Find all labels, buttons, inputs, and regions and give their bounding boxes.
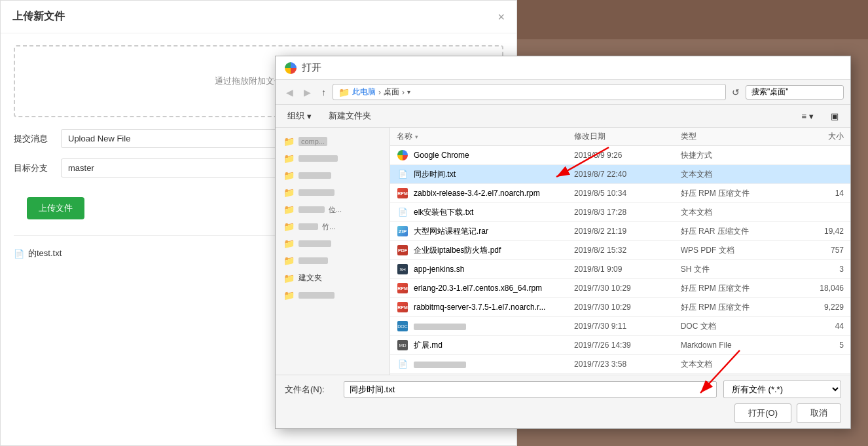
sidebar-folder-4[interactable]: 📁 位... bbox=[276, 201, 389, 218]
upload-dialog-title: 上传新文件 bbox=[12, 10, 65, 24]
open-button[interactable]: 打开(O) bbox=[734, 403, 791, 423]
branch-input[interactable] bbox=[61, 158, 310, 177]
file-name-text: elk安装包下载.txt bbox=[414, 207, 473, 218]
file-size-cell: 5 bbox=[787, 341, 844, 350]
folder-icon: 📁 bbox=[283, 238, 295, 249]
cancel-button[interactable]: 取消 bbox=[797, 403, 841, 423]
col-header-name[interactable]: 名称 ▾ bbox=[397, 131, 574, 142]
forward-button[interactable]: ▶ bbox=[300, 86, 315, 99]
view-toggle-button[interactable]: ≡ ▾ bbox=[796, 109, 819, 123]
address-bar: 📁 此电脑 › 桌面 › ▾ bbox=[333, 84, 726, 100]
sidebar-folder-3[interactable]: 📁 bbox=[276, 184, 389, 201]
file-type-cell: 好压 RPM 压缩文件 bbox=[681, 188, 787, 199]
sidebar-folder-2[interactable]: 📁 bbox=[276, 167, 389, 184]
table-row[interactable]: SH app-jenkins.sh 2019/8/1 9:09 SH 文件 3 bbox=[390, 260, 850, 279]
close-button[interactable]: × bbox=[497, 11, 505, 23]
preview-toggle-button[interactable]: ▣ bbox=[825, 109, 844, 123]
table-row[interactable]: 📄 同步时间.txt 2019/8/7 22:40 文本文档 bbox=[390, 165, 850, 184]
sidebar-folder-9[interactable]: 📁 bbox=[276, 287, 389, 304]
file-name-text: erlang-20.3-1.el7.centos.x86_64.rpm bbox=[414, 284, 542, 293]
table-row[interactable]: Google Chrome 2019/8/9 9:26 快捷方式 bbox=[390, 146, 850, 165]
filetype-select[interactable]: 所有文件 (*.*) bbox=[723, 381, 841, 398]
table-row[interactable]: RPM rabbitmq-server-3.7.5-1.el7.noarch.r… bbox=[390, 298, 850, 317]
file-type-cell: WPS PDF 文档 bbox=[681, 245, 787, 256]
table-row[interactable]: RPM erlang-20.3-1.el7.centos.x86_64.rpm … bbox=[390, 279, 850, 298]
file-type-cell: DOC 文档 bbox=[681, 321, 787, 332]
sidebar-folder-new[interactable]: 📁 建文夹 bbox=[276, 269, 389, 287]
sidebar-folder-1[interactable]: 📁 bbox=[276, 150, 389, 167]
upload-button[interactable]: 上传文件 bbox=[27, 197, 84, 219]
sidebar-folder-0[interactable]: 📁 comp... bbox=[276, 133, 389, 150]
footer-filename-row: 文件名(N): 所有文件 (*.*) bbox=[285, 381, 841, 398]
file-size-cell: 757 bbox=[787, 246, 844, 255]
file-date-cell: 2019/7/26 14:39 bbox=[574, 341, 681, 350]
sidebar-folder-label-blurred bbox=[298, 240, 331, 247]
table-row[interactable]: RPM zabbix-release-3.4-2.el7.noarch.rpm … bbox=[390, 184, 850, 203]
filename-input[interactable] bbox=[344, 381, 717, 398]
file-icon-container: RPM bbox=[397, 282, 408, 294]
file-size-cell: 9,229 bbox=[787, 303, 844, 312]
refresh-button[interactable]: ↺ bbox=[729, 86, 743, 99]
file-dialog-titlebar: 打开 bbox=[276, 56, 850, 80]
col-header-type[interactable]: 类型 bbox=[681, 131, 787, 142]
file-icon-container: ZIP bbox=[397, 225, 408, 237]
col-header-date[interactable]: 修改日期 bbox=[574, 131, 681, 142]
file-dialog-footer: 文件名(N): 所有文件 (*.*) 打开(O) 取消 bbox=[276, 375, 850, 428]
folder-icon: 📁 bbox=[283, 255, 295, 266]
search-input[interactable] bbox=[746, 85, 844, 100]
organize-chevron-icon: ▾ bbox=[307, 111, 312, 121]
back-button[interactable]: ◀ bbox=[282, 86, 297, 99]
folder-icon: 📁 bbox=[283, 221, 295, 232]
message-input[interactable] bbox=[61, 129, 310, 148]
file-type-cell: 快捷方式 bbox=[681, 150, 787, 161]
sidebar-folder-6[interactable]: 📁 bbox=[276, 235, 389, 252]
file-date-cell: 2019/7/30 10:29 bbox=[574, 303, 681, 312]
file-name-cell: DOC bbox=[397, 320, 574, 332]
file-date-cell: 2019/8/5 10:34 bbox=[574, 189, 681, 198]
folder-icon: 📁 bbox=[283, 153, 295, 164]
address-chevron: ▾ bbox=[407, 88, 410, 96]
file-dialog-body: 📁 comp... 📁 📁 📁 📁 位... 📁 bbox=[276, 128, 850, 375]
sidebar-folder-label-blurred bbox=[298, 206, 325, 213]
file-icon-small: 📄 bbox=[14, 249, 24, 259]
chrome-icon bbox=[397, 150, 408, 160]
table-row[interactable]: MD 扩展.md 2019/7/26 14:39 Markdown File 5 bbox=[390, 336, 850, 355]
sidebar-folder-5[interactable]: 📁 竹... bbox=[276, 218, 389, 235]
file-rows-container: Google Chrome 2019/8/9 9:26 快捷方式 📄 同步时间.… bbox=[390, 146, 850, 374]
table-row[interactable]: DOC 2019/7/30 9:11 DOC 文档 44 bbox=[390, 317, 850, 336]
doc-icon: DOC bbox=[397, 321, 408, 331]
table-row[interactable]: 📄 2019/7/23 3:58 文本文档 bbox=[390, 355, 850, 374]
folder-icon: 📁 bbox=[283, 204, 295, 215]
file-date-cell: 2019/8/3 17:28 bbox=[574, 208, 681, 217]
file-type-cell: Markdown File bbox=[681, 341, 787, 350]
file-name-cell: SH app-jenkins.sh bbox=[397, 263, 574, 275]
sh-icon: SH bbox=[397, 264, 408, 274]
sidebar-folder-label-new: 建文夹 bbox=[298, 272, 322, 284]
address-part-desktop[interactable]: 桌面 bbox=[384, 86, 399, 98]
up-button[interactable]: ↑ bbox=[317, 86, 330, 99]
file-date-cell: 2019/7/30 9:11 bbox=[574, 322, 681, 331]
file-type-cell: 文本文档 bbox=[681, 359, 787, 370]
table-row[interactable]: ZIP 大型网站课程笔记.rar 2019/8/2 21:19 好压 RAR 压… bbox=[390, 222, 850, 241]
new-folder-button[interactable]: 新建文件夹 bbox=[323, 108, 376, 124]
address-part-computer[interactable]: 此电脑 bbox=[352, 86, 376, 98]
file-name-cell: Google Chrome bbox=[397, 149, 574, 161]
file-date-cell: 2019/8/2 15:32 bbox=[574, 246, 681, 255]
organize-button[interactable]: 组织 ▾ bbox=[282, 108, 317, 124]
sidebar-folder-7[interactable]: 📁 bbox=[276, 252, 389, 269]
file-dialog-toolbar: 组织 ▾ 新建文件夹 ≡ ▾ ▣ bbox=[276, 105, 850, 128]
file-size-cell: 18,046 bbox=[787, 284, 844, 293]
file-name-cell: RPM erlang-20.3-1.el7.centos.x86_64.rpm bbox=[397, 282, 574, 294]
file-size-cell: 14 bbox=[787, 189, 844, 198]
file-name-text: 同步时间.txt bbox=[414, 169, 456, 180]
table-row[interactable]: PDF 企业级iptalbes防火墙.pdf 2019/8/2 15:32 WP… bbox=[390, 241, 850, 260]
folder-icon: 📁 bbox=[283, 187, 295, 198]
file-size-cell: 44 bbox=[787, 322, 844, 331]
file-name-cell: 📄 bbox=[397, 358, 574, 370]
col-header-size[interactable]: 大小 bbox=[787, 131, 844, 142]
table-row[interactable]: 📄 elk安装包下载.txt 2019/8/3 17:28 文本文档 bbox=[390, 203, 850, 222]
sidebar-panel: 📁 comp... 📁 📁 📁 📁 位... 📁 bbox=[276, 128, 390, 375]
file-list-header: 名称 ▾ 修改日期 类型 大小 bbox=[390, 128, 850, 146]
file-name-text: 大型网站课程笔记.rar bbox=[414, 226, 488, 237]
upload-dialog-header: 上传新文件 × bbox=[1, 1, 516, 33]
